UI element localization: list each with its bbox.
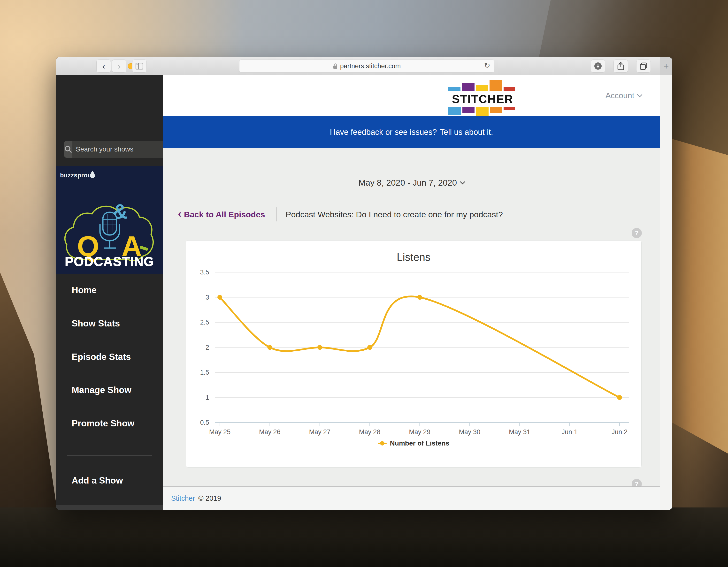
- svg-text:May 27: May 27: [309, 428, 330, 436]
- back-button[interactable]: ‹: [96, 60, 111, 73]
- logo-block: [462, 107, 475, 113]
- svg-text:3: 3: [206, 294, 209, 301]
- address-url: partners.stitcher.com: [340, 62, 401, 70]
- logo-block: [448, 87, 460, 91]
- episode-title: Podcast Websites: Do I need to create on…: [286, 210, 503, 219]
- sidebar: buzzsprout Q A & PODCASTING: [56, 75, 163, 510]
- back-icon: ‹: [102, 62, 105, 71]
- search-icon: [64, 145, 72, 154]
- logo-block: [476, 107, 489, 117]
- banner-text: Have feedback or see issues?: [330, 128, 437, 137]
- account-menu[interactable]: Account: [605, 75, 642, 116]
- sidebar-item-episode-stats[interactable]: Episode Stats: [56, 349, 163, 364]
- listens-chart-card: Listens 3.532.521.510.5May 25May 26May 2…: [186, 240, 642, 467]
- search-button[interactable]: [64, 141, 72, 158]
- account-label: Account: [605, 91, 634, 100]
- svg-text:May 26: May 26: [259, 428, 281, 436]
- address-bar[interactable]: partners.stitcher.com ↻: [239, 60, 494, 73]
- listens-line-chart: 3.532.521.510.5May 25May 26May 27May 28M…: [186, 241, 642, 468]
- download-icon: [594, 62, 602, 70]
- buzzsprout-wordmark: buzzsprout: [60, 172, 93, 179]
- breadcrumb: ‹ Back to All Episodes Podcast Websites:…: [178, 206, 503, 223]
- stitcher-logo: STITCHER: [448, 80, 517, 117]
- svg-text:1.5: 1.5: [200, 369, 209, 376]
- share-icon: [617, 62, 624, 70]
- sidebar-toggle-button[interactable]: [132, 60, 147, 73]
- back-chevron-icon: ‹: [178, 210, 182, 217]
- page-footer: Stitcher © 2019: [163, 486, 660, 510]
- wallpaper-water: [0, 507, 728, 567]
- footer-stitcher-link[interactable]: Stitcher: [171, 494, 195, 502]
- stitcher-logo-blocks-top: [448, 80, 517, 91]
- show-all-tabs-button[interactable]: [636, 60, 651, 73]
- page-header: STITCHER Account: [163, 75, 660, 116]
- stitcher-wordmark: STITCHER: [448, 92, 517, 106]
- forward-button[interactable]: ›: [112, 60, 126, 73]
- sidebar-help[interactable]: ? Help: [56, 505, 163, 510]
- tabs-icon: [640, 62, 647, 70]
- chart-legend: Number of Listens: [186, 439, 641, 447]
- svg-text:May 30: May 30: [459, 428, 481, 436]
- stitcher-logo-blocks-bottom: [448, 107, 517, 117]
- show-search: [64, 141, 156, 158]
- sidebar-item-promote-show[interactable]: Promote Show: [56, 416, 163, 431]
- logo-block: [476, 85, 488, 91]
- logo-block: [462, 83, 475, 91]
- logo-block: [504, 87, 515, 91]
- svg-text:May 31: May 31: [509, 428, 530, 436]
- sidebar-divider: [67, 455, 152, 456]
- sidebar-item-show-stats[interactable]: Show Stats: [56, 316, 163, 331]
- new-tab-button[interactable]: +: [660, 57, 672, 75]
- sidebar-item-manage-show[interactable]: Manage Show: [56, 382, 163, 398]
- svg-text:May 29: May 29: [409, 428, 430, 436]
- search-input[interactable]: [72, 141, 167, 158]
- legend-label: Number of Listens: [390, 439, 450, 447]
- downloads-button[interactable]: [591, 60, 605, 73]
- browser-window: ‹ › partners.stitcher.com ↻: [56, 57, 672, 510]
- svg-text:0.5: 0.5: [200, 419, 209, 426]
- podcast-artwork[interactable]: buzzsprout Q A & PODCASTING: [56, 166, 163, 274]
- forward-icon: ›: [118, 62, 120, 71]
- chart-help-button[interactable]: ?: [632, 228, 642, 238]
- svg-text:Jun 1: Jun 1: [562, 428, 578, 436]
- logo-block: [490, 80, 502, 91]
- svg-text:3.5: 3.5: [200, 269, 209, 276]
- page-scrollbar[interactable]: [660, 75, 672, 510]
- chevron-down-icon: [637, 92, 643, 98]
- date-range-picker[interactable]: May 8, 2020 - Jun 7, 2020: [163, 178, 660, 188]
- main-content: STITCHER Account Have feedback or see is…: [163, 75, 660, 510]
- chevron-down-icon: [460, 179, 465, 184]
- artwork-title: PODCASTING: [65, 254, 154, 269]
- chart-title: Listens: [186, 251, 641, 263]
- logo-block: [504, 107, 515, 110]
- svg-text:2: 2: [206, 344, 209, 351]
- footer-copyright: © 2019: [198, 494, 221, 502]
- back-to-episodes-link[interactable]: ‹ Back to All Episodes: [178, 210, 265, 219]
- sidebar-item-home[interactable]: Home: [56, 283, 163, 297]
- feedback-banner: Have feedback or see issues? Tell us abo…: [163, 116, 660, 148]
- svg-text:May 28: May 28: [359, 428, 381, 436]
- lock-icon: [333, 63, 338, 69]
- svg-text:2.5: 2.5: [200, 319, 209, 326]
- logo-block: [448, 107, 461, 115]
- share-button[interactable]: [613, 60, 628, 73]
- sidebar-icon: [136, 63, 143, 69]
- sidebar-item-add-show[interactable]: Add a Show: [56, 473, 163, 488]
- svg-text:1: 1: [206, 394, 209, 401]
- legend-marker-icon: [378, 441, 387, 445]
- date-range-label: May 8, 2020 - Jun 7, 2020: [359, 178, 457, 188]
- reload-icon[interactable]: ↻: [484, 61, 490, 70]
- browser-toolbar: ‹ › partners.stitcher.com ↻: [56, 57, 672, 75]
- logo-block: [490, 107, 502, 113]
- svg-text:May 25: May 25: [209, 428, 231, 436]
- svg-text:Jun 2: Jun 2: [612, 428, 628, 436]
- plus-icon: +: [663, 61, 669, 71]
- feedback-link[interactable]: Tell us about it.: [440, 128, 493, 137]
